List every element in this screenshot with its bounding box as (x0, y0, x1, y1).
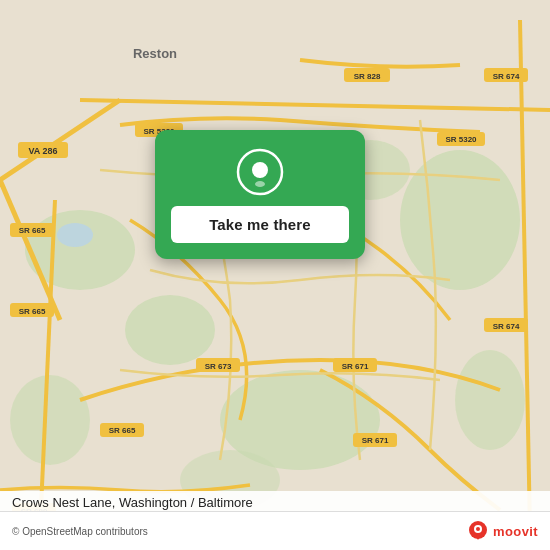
map-svg: VA 286 SR 828 SR 5320 SR 5320 SR 665 SR … (0, 0, 550, 550)
svg-point-2 (400, 150, 520, 290)
popup-card: Take me there (155, 130, 365, 259)
svg-text:SR 5320: SR 5320 (445, 135, 477, 144)
svg-point-43 (255, 181, 265, 187)
svg-text:SR 665: SR 665 (109, 426, 136, 435)
location-text: Crows Nest Lane, Washington / Baltimore (12, 495, 253, 510)
svg-point-46 (476, 527, 480, 531)
svg-point-8 (57, 223, 93, 247)
map-container: VA 286 SR 828 SR 5320 SR 5320 SR 665 SR … (0, 0, 550, 550)
svg-point-5 (10, 375, 90, 465)
svg-text:SR 673: SR 673 (205, 362, 232, 371)
svg-text:SR 665: SR 665 (19, 307, 46, 316)
moovit-icon (467, 520, 489, 542)
svg-text:SR 674: SR 674 (493, 322, 520, 331)
svg-text:SR 665: SR 665 (19, 226, 46, 235)
svg-text:Reston: Reston (133, 46, 177, 61)
svg-text:VA 286: VA 286 (28, 146, 57, 156)
moovit-logo: moovit (467, 520, 538, 542)
moovit-text: moovit (493, 524, 538, 539)
svg-line-13 (520, 20, 530, 530)
svg-line-9 (0, 100, 120, 180)
bottom-bar: © OpenStreetMap contributors moovit (0, 511, 550, 550)
svg-text:SR 671: SR 671 (342, 362, 369, 371)
take-me-there-button[interactable]: Take me there (171, 206, 349, 243)
svg-line-11 (80, 100, 550, 110)
svg-text:SR 674: SR 674 (493, 72, 520, 81)
location-pin-icon (236, 148, 284, 196)
attribution-text: © OpenStreetMap contributors (12, 526, 148, 537)
svg-point-3 (125, 295, 215, 365)
svg-point-6 (455, 350, 525, 450)
svg-text:SR 671: SR 671 (362, 436, 389, 445)
svg-text:SR 828: SR 828 (354, 72, 381, 81)
